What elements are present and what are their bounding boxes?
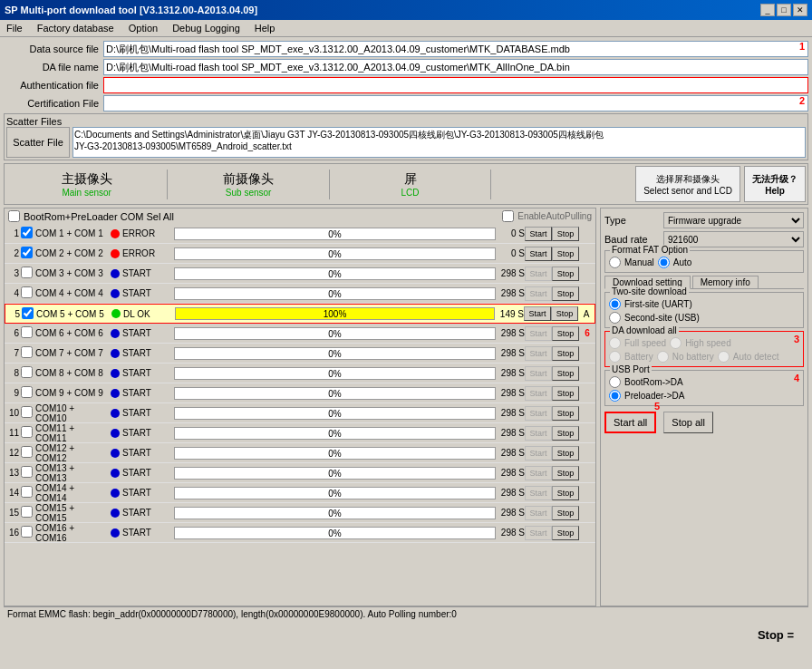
help-button[interactable]: 无法升级？ Help <box>744 166 806 202</box>
enable-auto-pulling-checkbox[interactable] <box>502 210 514 222</box>
title-bar-buttons: _ □ ✕ <box>760 4 807 16</box>
row-check-5[interactable] <box>22 307 36 321</box>
row-check-11[interactable] <box>21 426 35 440</box>
menu-file[interactable]: File <box>4 22 25 34</box>
tab-memory-info[interactable]: Memory info <box>692 276 759 288</box>
com-row-3: 3 COM 3 + COM 3 START 0% 298 S Start Sto… <box>5 264 595 284</box>
row-check-1[interactable] <box>21 227 35 240</box>
high-speed-radio[interactable] <box>670 337 682 349</box>
row-check-2[interactable] <box>21 247 35 260</box>
row-stop-9[interactable]: Stop <box>552 386 579 401</box>
stop-btn-8[interactable]: Stop <box>552 366 579 381</box>
stop-btn-5[interactable]: Stop <box>551 306 578 321</box>
stop-btn-2[interactable]: Stop <box>552 247 579 261</box>
row-stop-4[interactable]: Stop <box>552 286 579 301</box>
row-check-13[interactable] <box>21 466 35 480</box>
row-check-8[interactable] <box>21 366 35 380</box>
row-stop-6[interactable]: Stop <box>552 326 579 341</box>
menu-factory[interactable]: Factory database <box>34 22 117 34</box>
row-check-9[interactable] <box>21 386 35 400</box>
row-stop-8[interactable]: Stop <box>552 366 579 381</box>
stop-btn-12[interactable]: Stop <box>552 446 579 461</box>
row-bar-12: 0% <box>174 447 496 460</box>
da-file-input[interactable] <box>103 59 808 75</box>
row-check-12[interactable] <box>21 446 35 460</box>
row-com-6: COM 6 + COM 6 <box>35 328 108 338</box>
row-stop-7[interactable]: Stop <box>552 346 579 361</box>
maximize-button[interactable]: □ <box>777 4 791 16</box>
row-time-7: 298 S <box>498 348 525 358</box>
second-site-radio[interactable] <box>609 312 621 324</box>
menu-option[interactable]: Option <box>126 22 160 34</box>
auto-radio[interactable] <box>658 257 670 268</box>
lcd-btn[interactable]: 屏 LCD <box>330 170 491 199</box>
scatter-file-button[interactable]: Scatter File <box>6 127 70 158</box>
row-stop-15[interactable]: Stop <box>552 506 579 520</box>
stop-btn-9[interactable]: Stop <box>552 386 579 401</box>
bootrom-radio[interactable] <box>609 376 621 388</box>
stop-btn-15[interactable]: Stop <box>552 506 579 520</box>
first-site-radio[interactable] <box>609 298 621 310</box>
row-start-1[interactable]: Start <box>525 227 552 241</box>
data-source-input[interactable] <box>103 41 808 57</box>
start-btn-8: Start <box>525 366 552 381</box>
menu-debug[interactable]: Debug Logging <box>169 22 243 34</box>
stop-btn-13[interactable]: Stop <box>552 466 579 480</box>
full-speed-radio[interactable] <box>609 337 621 349</box>
row-start-5[interactable]: Start <box>524 306 551 321</box>
row-check-16[interactable] <box>21 526 35 539</box>
row-stop-10[interactable]: Stop <box>552 406 579 421</box>
row-stop-16[interactable]: Stop <box>552 526 579 540</box>
preloader-radio[interactable] <box>609 390 621 402</box>
sub-sensor-btn[interactable]: 前摄像头 Sub sensor <box>168 170 329 199</box>
row-stop-11[interactable]: Stop <box>552 426 579 441</box>
row-stop-1[interactable]: Stop <box>552 227 579 241</box>
row-check-4[interactable] <box>21 286 35 300</box>
stop-btn-10[interactable]: Stop <box>552 406 579 421</box>
row-check-14[interactable] <box>21 486 35 499</box>
start-btn-2[interactable]: Start <box>525 247 552 261</box>
select-sensor-button[interactable]: 选择屏和摄像头 Select senor and LCD <box>635 166 740 202</box>
manual-radio[interactable] <box>609 257 621 268</box>
row-num-7: 7 <box>5 348 21 358</box>
row-stop-13[interactable]: Stop <box>552 466 579 480</box>
stop-btn-6[interactable]: Stop <box>552 326 579 341</box>
stop-btn-4[interactable]: Stop <box>552 286 579 301</box>
stop-btn-14[interactable]: Stop <box>552 486 579 500</box>
battery-radio[interactable] <box>609 351 621 363</box>
main-sensor-btn[interactable]: 主摄像头 Main sensor <box>6 170 168 199</box>
scatter-input[interactable]: C:\Documents and Settings\Administrator\… <box>72 127 806 158</box>
row-check-3[interactable] <box>21 267 35 280</box>
start-all-button[interactable]: Start all <box>604 412 656 433</box>
row-stop-3[interactable]: Stop <box>552 267 579 281</box>
row-start-2[interactable]: Start <box>525 247 552 261</box>
menu-help[interactable]: Help <box>252 22 278 34</box>
stop-btn-16[interactable]: Stop <box>552 526 579 540</box>
row-stop-14[interactable]: Stop <box>552 486 579 500</box>
row-check-7[interactable] <box>21 346 35 360</box>
row-bar-10: 0% <box>174 407 496 420</box>
stop-all-button[interactable]: Stop all <box>663 412 713 433</box>
row-check-6[interactable] <box>21 326 35 340</box>
cert-file-input[interactable] <box>103 95 808 112</box>
start-btn-1[interactable]: Start <box>525 227 552 241</box>
enable-auto-label: EnableAutoPulling <box>517 211 592 221</box>
auto-detect-radio[interactable] <box>718 351 730 363</box>
row-pct-11: 0% <box>175 428 495 441</box>
no-battery-radio[interactable] <box>657 351 669 363</box>
minimize-button[interactable]: _ <box>760 4 775 16</box>
start-btn-5[interactable]: Start <box>524 306 551 321</box>
com-sel-all-checkbox[interactable] <box>8 210 20 222</box>
row-stop-12[interactable]: Stop <box>552 446 579 461</box>
row-check-15[interactable] <box>21 506 35 519</box>
stop-btn-11[interactable]: Stop <box>552 426 579 441</box>
auth-file-input[interactable] <box>103 77 808 93</box>
stop-btn-1[interactable]: Stop <box>552 227 579 241</box>
row-stop-2[interactable]: Stop <box>552 247 579 261</box>
close-button[interactable]: ✕ <box>793 4 807 16</box>
stop-btn-7[interactable]: Stop <box>552 346 579 361</box>
stop-btn-3[interactable]: Stop <box>552 267 579 281</box>
row-stop-5[interactable]: Stop <box>551 306 578 321</box>
type-select[interactable]: Firmware upgrade <box>663 212 804 228</box>
row-check-10[interactable] <box>21 406 35 420</box>
